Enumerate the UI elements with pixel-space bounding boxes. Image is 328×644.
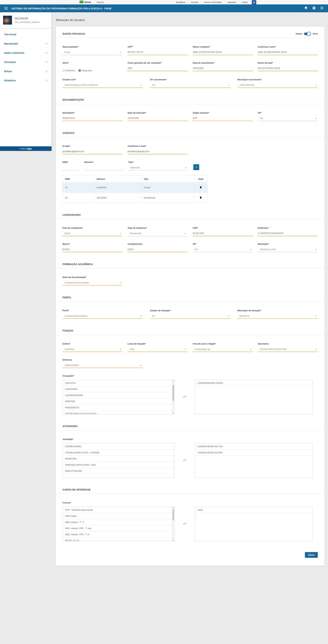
atividade-available-list[interactable]: CONSELHEIRO CONSELHEIRO CACS - FUNDEB MU… (63, 443, 175, 478)
status-toggle[interactable] (304, 32, 310, 35)
nivel-escolaridade-select[interactable]: Fundamental Incompleto ▼ (63, 281, 122, 286)
chamado-input[interactable] (128, 66, 188, 70)
logout-icon[interactable] (320, 6, 323, 10)
list-item[interactable]: DIRETOR (63, 398, 174, 404)
data-nascimento-input[interactable] (193, 66, 253, 70)
sidebar-item-bolsas[interactable]: Bolsas + (0, 67, 52, 76)
tipo-endereco-select[interactable]: Residencial ▼ (128, 232, 188, 236)
vinculo-orgao-select[interactable]: Colaborador (a) ▼ (193, 348, 253, 352)
municipio-atuacao-select[interactable]: BRASILIA ▼ (237, 314, 318, 319)
list-item[interactable]: CONSELHEIRO DO PAR (195, 450, 313, 456)
municipio-logradouro-select[interactable]: PEDRAS ALTAS ▼ (258, 248, 318, 252)
menu-hamburger-icon[interactable] (5, 6, 8, 10)
diretoria-select[interactable]: ASSESSORIA ▼ (63, 364, 143, 368)
secretaria-select[interactable]: SECRETARIA EXECUTIVA ▼ (258, 348, 318, 352)
scrollbar-thumb[interactable] (173, 385, 174, 401)
list-item[interactable]: 2801 -ewave- FPE - T- A (63, 532, 174, 538)
gov-link-acesso-informacao[interactable]: Acesso à informação (201, 0, 224, 4)
clipboard-icon[interactable] (312, 6, 316, 10)
list-item[interactable]: COORDENADOR (63, 392, 174, 398)
phone-table-row[interactable]: 53 84299453 Celular (63, 182, 207, 193)
estado-civil-select[interactable]: SEPARADO(A) JUDICIALMENTE ▼ (63, 83, 143, 88)
municipio-nascimento-select[interactable]: ASSIS BRASIL ▼ (237, 83, 318, 88)
cep-input[interactable] (193, 232, 253, 236)
radio-feminino[interactable]: Feminino (63, 69, 75, 72)
email-input[interactable] (63, 150, 122, 154)
list-item[interactable]: SEM ATIVIDADE (63, 468, 174, 474)
tipo-telefone-select[interactable]: Selecione ▼ (128, 166, 188, 170)
layers-icon[interactable] (304, 6, 308, 10)
list-item[interactable]: COORDENADOR-GERAL (195, 380, 313, 386)
numero-input[interactable] (84, 166, 123, 170)
delete-phone-button[interactable] (199, 186, 202, 189)
list-item[interactable]: 25/01 tarde (63, 513, 174, 519)
atividade-selected-list[interactable]: CONSELHEIRO DO CAE CONSELHEIRO DO PAR (195, 443, 313, 478)
list-item[interactable]: CONSELHEIRO DO CAE (195, 444, 313, 450)
identidade-input[interactable] (63, 116, 122, 120)
list-item[interactable]: SECRETÁRIO DE EDUCAÇÃO (63, 411, 174, 414)
transfer-arrows-icon[interactable] (183, 458, 187, 463)
confirmar-nome-input[interactable] (258, 50, 318, 54)
gov-brand[interactable]: BRASIL (77, 1, 94, 4)
scrollbar-thumb[interactable] (173, 509, 174, 520)
list-item[interactable]: ANALISTA (63, 380, 174, 386)
scroll-down-icon[interactable]: ▼ (172, 412, 174, 414)
list-item[interactable]: CONSELHEIRO CACS - FUNDEB (63, 450, 174, 456)
ocupacao-available-list[interactable]: ANALISTA ASSESSOR COORDENADOR DIRETOR PR… (63, 380, 175, 414)
esfera-select[interactable]: FEDERAL ▼ (63, 348, 122, 352)
list-item[interactable]: MUNICIPAL (63, 456, 174, 462)
cursos-selected-list[interactable]: 25/01 (195, 507, 313, 541)
nome-completo-input[interactable] (193, 50, 253, 54)
vlibras-accessibility-icon[interactable] (252, 0, 256, 5)
scroll-down-icon[interactable]: ▼ (172, 539, 174, 541)
confirmar-email-input[interactable] (128, 150, 188, 154)
list-item[interactable]: 2801/ ewave - T - F (63, 519, 174, 525)
data-emissao-input[interactable] (128, 116, 188, 120)
nacionalidade-select[interactable]: Brasil ▼ (63, 50, 122, 55)
list-item[interactable]: ASSESSOR (63, 386, 174, 392)
estado-atuacao-select[interactable]: DF ▼ (150, 314, 230, 319)
list-item[interactable]: PRESIDENTE (63, 404, 174, 411)
cpf-input[interactable] (128, 50, 188, 54)
sidebar-item-manutencao[interactable]: Manutenção + (0, 39, 52, 48)
scroll-up-icon[interactable]: ▲ (172, 380, 174, 382)
list-item[interactable]: CONSELHEIRO (63, 444, 174, 450)
gov-link-canais[interactable]: Canais (239, 0, 250, 4)
scroll-up-icon[interactable]: ▲ (172, 507, 174, 509)
radio-masculino[interactable]: Masculino (78, 69, 92, 72)
add-phone-button[interactable]: + (193, 164, 199, 170)
perfil-select[interactable]: Coordenação Estadual ▼ (63, 314, 143, 319)
nome-mae-input[interactable] (258, 66, 318, 70)
uf-documento-select[interactable]: RS ▼ (258, 116, 318, 121)
sidebar-item-relatorios[interactable]: Relatórios + (0, 76, 52, 85)
toggle-knob[interactable] (307, 32, 311, 36)
orgao-emissor-input[interactable] (193, 116, 253, 120)
uf-logradouro-select[interactable]: RS ▼ (193, 248, 253, 252)
phone-table-row[interactable]: 53 36130045 Residencial (63, 193, 207, 203)
bairro-input[interactable] (63, 248, 122, 252)
ddd-input[interactable] (63, 166, 79, 170)
gov-link-servicos[interactable]: Serviços (94, 1, 107, 3)
list-item[interactable]: 25/01 (195, 507, 313, 513)
endereco-input[interactable] (258, 232, 318, 236)
sidebar-item-secretaria[interactable]: Secretaria + (0, 58, 52, 67)
gov-link-legislacao[interactable]: Legislação (224, 0, 239, 4)
scrollbar[interactable]: ▲▼ (172, 380, 174, 414)
sidebar-item-dados-cadastrais[interactable]: Dados Cadastrais + (0, 48, 52, 58)
cursos-available-list[interactable]: PHP - formacao pela escola 25/01 tarde 2… (63, 507, 175, 541)
complemento-input[interactable] (128, 248, 188, 252)
local-lotacao-select[interactable]: CNE ▼ (128, 348, 188, 352)
list-item[interactable]: UNIDADE EXECUTORA - UEX (63, 462, 174, 468)
list-item[interactable]: PHP - formacao pela escola (63, 507, 174, 513)
delete-phone-button[interactable] (199, 196, 202, 200)
save-button[interactable]: Salvar (305, 552, 318, 558)
uf-nascimento-select[interactable]: AC ▼ (150, 83, 230, 88)
sidebar-item-tela-inicial[interactable]: Tela Inicial (0, 30, 52, 39)
list-item[interactable]: 2801 -ewave- FPE - T- arq (63, 525, 174, 532)
gov-link-participe[interactable]: Participe (188, 0, 201, 4)
scrollbar[interactable]: ▲▼ (172, 507, 174, 541)
pais-residencia-select[interactable]: Brasil ▼ (63, 232, 122, 236)
transfer-arrows-icon[interactable] (183, 395, 187, 400)
fnde-footer-link[interactable]: FNDE (27, 148, 32, 150)
ocupacao-selected-list[interactable]: COORDENADOR-GERAL (195, 380, 313, 414)
